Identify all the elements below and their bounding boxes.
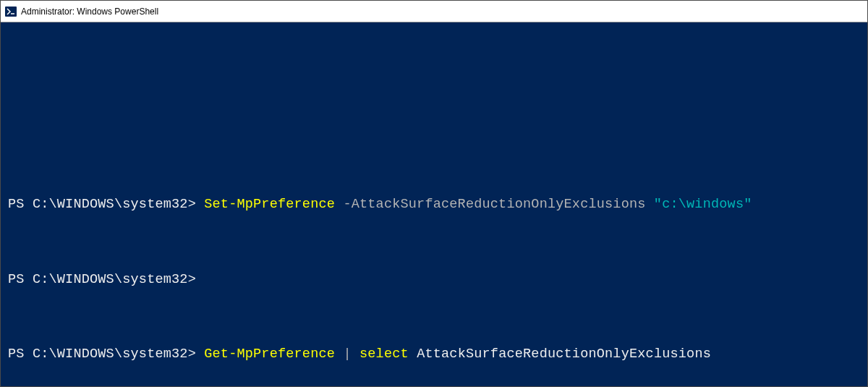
window-title: Administrator: Windows PowerShell [21, 7, 158, 17]
window-titlebar[interactable]: Administrator: Windows PowerShell [1, 1, 867, 22]
prompt: PS C:\WINDOWS\system32> [8, 197, 204, 212]
powershell-icon [5, 6, 17, 17]
blank-line [8, 120, 860, 139]
parameter-token: -AttackSurfaceReductionOnlyExclusions [343, 197, 653, 212]
keyword-token: select [359, 346, 417, 362]
cmdlet-token: Set-MpPreference [204, 197, 343, 212]
terminal-area[interactable]: PS C:\WINDOWS\system32> Set-MpPreference… [1, 22, 867, 386]
string-token: "c:\windows" [654, 197, 752, 212]
blank-line [8, 64, 860, 83]
terminal-line: PS C:\WINDOWS\system32> Set-MpPreference… [8, 195, 860, 214]
pipe-token: | [343, 346, 359, 362]
prompt: PS C:\WINDOWS\system32> [8, 346, 204, 362]
prompt: PS C:\WINDOWS\system32> [8, 272, 196, 287]
terminal-line: PS C:\WINDOWS\system32> Get-MpPreference… [8, 345, 860, 364]
cmdlet-token: Get-MpPreference [204, 346, 343, 362]
powershell-window: Administrator: Windows PowerShell PS C:\… [0, 0, 868, 387]
text-token: AttackSurfaceReductionOnlyExclusions [417, 346, 711, 362]
terminal-line: PS C:\WINDOWS\system32> [8, 271, 860, 289]
